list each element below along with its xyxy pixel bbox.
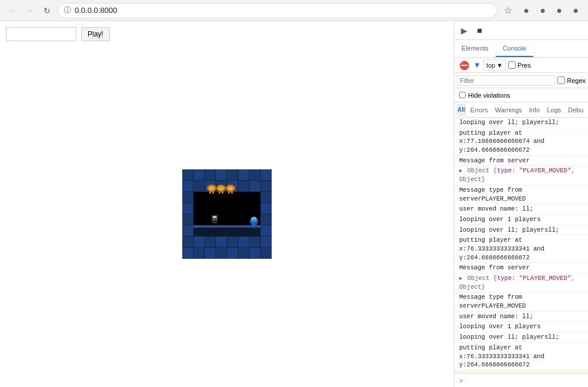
preserve-checkbox[interactable] (508, 61, 516, 69)
console-top-toolbar: ⛔ ▼ top ▼ Pres (455, 58, 588, 73)
game-canvas-area (6, 47, 448, 381)
svg-rect-16 (260, 181, 272, 192)
svg-point-60 (228, 186, 233, 191)
hide-violations-checkbox[interactable] (459, 92, 466, 98)
devtools-tabs: Elements Console (455, 40, 588, 58)
svg-rect-20 (182, 225, 193, 236)
svg-rect-23 (260, 214, 272, 225)
svg-rect-35 (205, 248, 216, 259)
console-line: looping over ll; playersll; (455, 332, 588, 343)
svg-rect-4 (216, 169, 227, 181)
browser-toolbar: ← → ↻ ⓘ 0.0.0.0:8000 ☆ ● ● ● ● (0, 0, 588, 21)
console-line: looping over ll; playersll; (455, 225, 588, 236)
address-bar[interactable]: ⓘ 0.0.0.0:8000 (58, 3, 497, 18)
svg-rect-18 (182, 203, 193, 214)
chrome-extension-icons: ● ● ● ● (519, 3, 583, 18)
svg-point-47 (210, 188, 212, 190)
console-line-object[interactable]: ► Object {type: "PLAYER_MOVED", Object} (455, 166, 588, 185)
console-bottom-bar[interactable]: > (455, 373, 588, 387)
svg-rect-3 (205, 169, 216, 181)
svg-point-80 (255, 219, 256, 219)
svg-rect-5 (227, 169, 238, 181)
svg-point-49 (211, 189, 211, 189)
all-levels-button[interactable]: All (457, 104, 466, 116)
svg-point-63 (229, 188, 230, 190)
svg-rect-53 (219, 191, 220, 194)
svg-point-50 (213, 189, 213, 189)
svg-rect-54 (222, 191, 223, 194)
device-toggle-button[interactable]: ◾ (472, 24, 486, 38)
svg-rect-30 (238, 236, 249, 248)
svg-rect-14 (238, 181, 249, 192)
reload-button[interactable]: ↻ (40, 4, 54, 18)
console-line: putting player atx:76.33333333333341 and… (455, 343, 588, 371)
svg-rect-32 (260, 236, 272, 248)
svg-rect-31 (249, 236, 260, 248)
console-line-object[interactable]: ► Object {type: "PLAYER_MOVED", Object} (455, 273, 588, 292)
devtools-panel: ▶ ◾ Elements Console ⛔ ▼ top ▼ Pres (454, 21, 588, 387)
preserve-log-checkbox[interactable]: Pres (508, 61, 531, 69)
context-selector[interactable]: top ▼ (483, 59, 506, 71)
lock-icon: ⓘ (64, 5, 71, 15)
info-filter[interactable]: Info (526, 104, 543, 116)
svg-rect-25 (182, 236, 193, 248)
tab-console[interactable]: Console (496, 40, 533, 57)
svg-rect-21 (260, 192, 272, 203)
extension-icon-3[interactable]: ● (552, 3, 567, 18)
svg-rect-28 (216, 236, 227, 248)
console-line: user moved name: ll; (455, 312, 588, 322)
svg-rect-29 (227, 236, 238, 248)
forward-button[interactable]: → (22, 4, 36, 18)
console-filter-row: Regex (455, 73, 588, 88)
extension-icon-2[interactable]: ● (535, 3, 550, 18)
svg-rect-39 (249, 248, 260, 259)
hide-violations-row: Hide violations (455, 88, 588, 102)
svg-rect-42 (193, 225, 260, 228)
svg-rect-40 (260, 248, 272, 259)
svg-rect-9 (182, 181, 193, 192)
tab-elements[interactable]: Elements (455, 40, 496, 57)
console-line: Message type from serverPLAYER_MOVED (455, 185, 588, 204)
url-text: 0.0.0.0:8000 (75, 6, 117, 15)
inspect-element-button[interactable]: ▶ (457, 24, 471, 38)
console-filter-input[interactable] (457, 75, 555, 86)
svg-rect-1 (182, 169, 193, 181)
svg-rect-2 (193, 169, 205, 181)
log-level-row: All Errors Warnings Info Logs Debu (455, 102, 588, 118)
svg-rect-69 (213, 216, 215, 218)
svg-point-78 (255, 218, 256, 220)
warnings-filter[interactable]: Warnings (492, 104, 526, 116)
debug-filter[interactable]: Debu (564, 104, 587, 116)
svg-rect-72 (215, 221, 218, 223)
clear-console-button[interactable]: ⛔ (457, 58, 471, 72)
svg-rect-26 (193, 236, 205, 248)
console-line: Message from server (455, 263, 588, 273)
extension-icon-1[interactable]: ● (519, 3, 534, 18)
svg-rect-37 (227, 248, 238, 259)
name-input[interactable] (6, 27, 76, 41)
console-line: looping over 1 players (455, 215, 588, 225)
logs-filter[interactable]: Logs (543, 104, 564, 116)
extension-icon-4[interactable]: ● (568, 3, 583, 18)
play-button[interactable]: Play! (81, 27, 110, 41)
filter-icon: ▼ (473, 61, 481, 69)
regex-checkbox[interactable]: Regex (557, 76, 586, 84)
page-header: Play! (6, 27, 448, 41)
svg-point-79 (253, 219, 253, 219)
svg-rect-36 (216, 248, 227, 259)
game-canvas (182, 169, 272, 259)
console-line: putting player atx:76.33333333333341 and… (455, 235, 588, 263)
main-area: Play! (0, 21, 588, 387)
svg-rect-70 (215, 216, 216, 218)
errors-filter[interactable]: Errors (467, 104, 492, 116)
svg-point-44 (209, 186, 215, 191)
svg-point-56 (222, 188, 223, 190)
bookmark-button[interactable]: ☆ (501, 4, 515, 18)
console-line: looping over ll; playersll; (455, 118, 588, 128)
console-output[interactable]: looping over ll; playersll; putting play… (455, 118, 588, 373)
svg-rect-33 (182, 248, 193, 259)
svg-rect-61 (228, 191, 230, 194)
svg-rect-6 (238, 169, 249, 181)
back-button[interactable]: ← (5, 4, 19, 18)
console-line: putting player atx:77.16666666666674 and… (455, 128, 588, 156)
